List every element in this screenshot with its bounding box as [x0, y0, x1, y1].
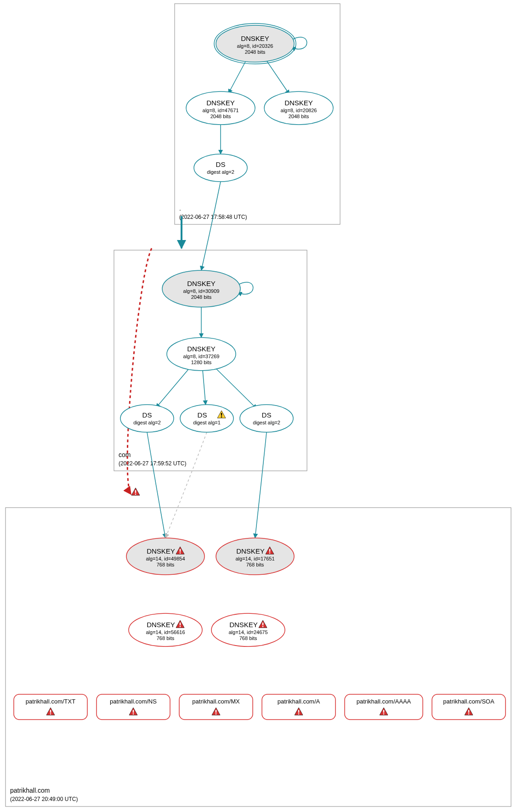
node-leaf_ksk1[interactable]: DNSKEYalg=14, id=49854768 bits	[126, 538, 205, 575]
svg-rect-37	[298, 714, 299, 715]
warning-icon	[131, 488, 140, 495]
zone-timestamp-leaf: (2022-06-27 20:49:00 UTC)	[10, 796, 78, 802]
svg-rect-33	[216, 710, 216, 713]
svg-rect-42	[468, 710, 469, 713]
edge-com_zsk-com_ds3	[213, 366, 257, 409]
svg-rect-0	[135, 490, 136, 493]
svg-rect-18	[269, 549, 270, 552]
svg-rect-11	[221, 413, 222, 416]
svg-rect-36	[298, 710, 299, 713]
rrset-box[interactable]: patrikhall.com/AAAA	[345, 694, 423, 720]
svg-rect-34	[216, 714, 216, 715]
edge-root_ksk-root_zsk2	[265, 59, 289, 94]
rrset-label: patrikhall.com/MX	[192, 698, 240, 705]
node-sub1: alg=8, id=30909	[183, 288, 220, 294]
node-sub1: alg=8, id=47671	[203, 108, 239, 113]
edge-com_ds1-leaf_ksk1	[147, 432, 165, 538]
node-sub2: 2048 bits	[210, 114, 231, 119]
node-sub1: alg=14, id=49854	[146, 556, 185, 561]
node-sub2: 768 bits	[239, 635, 257, 641]
rrset-label: patrikhall.com/A	[278, 698, 320, 705]
node-com_ds2[interactable]: DSdigest alg=1	[180, 405, 233, 432]
zone-label-root: .	[179, 205, 181, 212]
node-title: DNSKEY	[187, 345, 216, 353]
node-sub2: 2048 bits	[245, 49, 266, 55]
svg-rect-30	[133, 710, 134, 713]
svg-rect-25	[262, 626, 263, 627]
dnssec-diagram: .(2022-06-27 17:58:48 UTC)com(2022-06-27…	[0, 0, 517, 812]
node-title: DNSKEY	[284, 99, 313, 107]
node-sub2: 768 bits	[246, 562, 264, 567]
rrset-box[interactable]: patrikhall.com/A	[262, 694, 335, 720]
svg-rect-19	[269, 553, 270, 554]
svg-rect-21	[180, 623, 181, 625]
rrset-label: patrikhall.com/NS	[110, 698, 157, 705]
svg-rect-24	[262, 623, 263, 625]
node-title: DS	[142, 411, 152, 419]
edge-root_ksk-root_zsk1	[228, 60, 246, 93]
node-root_zsk1[interactable]: DNSKEYalg=8, id=476712048 bits	[186, 91, 255, 125]
svg-rect-31	[133, 714, 134, 715]
delegation-arrow-error	[127, 248, 152, 494]
node-sub1: alg=14, id=24675	[228, 629, 267, 635]
node-sub1: alg=8, id=20326	[237, 43, 273, 49]
edge-com_ds2-leaf_ksk1	[165, 432, 207, 538]
svg-rect-22	[180, 626, 181, 627]
rrset-label: patrikhall.com/TXT	[26, 698, 75, 705]
node-sub2: 1280 bits	[191, 360, 212, 365]
rrset-box[interactable]: patrikhall.com/NS	[97, 694, 170, 720]
zone-label-leaf: patrikhall.com	[10, 787, 50, 794]
svg-rect-15	[180, 549, 181, 552]
node-sub2: 768 bits	[157, 635, 175, 641]
node-sub1: digest alg=2	[133, 420, 161, 425]
node-leaf_zsk2[interactable]: DNSKEYalg=14, id=24675768 bits	[211, 613, 285, 646]
node-sub1: alg=8, id=37269	[183, 354, 220, 359]
node-leaf_ksk2[interactable]: DNSKEYalg=14, id=17651768 bits	[216, 538, 294, 575]
rrset-label: patrikhall.com/SOA	[443, 698, 494, 705]
svg-rect-40	[383, 714, 384, 715]
svg-rect-12	[221, 417, 222, 417]
svg-rect-39	[383, 710, 384, 713]
node-title: DNSKEY	[147, 547, 175, 555]
node-com_ds1[interactable]: DSdigest alg=2	[120, 405, 174, 432]
node-root_zsk2[interactable]: DNSKEYalg=8, id=208262048 bits	[264, 91, 333, 125]
rrset-box[interactable]: patrikhall.com/SOA	[432, 694, 506, 720]
svg-rect-16	[180, 553, 181, 554]
node-title: DNSKEY	[236, 547, 265, 555]
node-sub2: 2048 bits	[191, 294, 212, 300]
node-title: DS	[198, 411, 207, 419]
node-title: DS	[262, 411, 272, 419]
node-title: DS	[216, 160, 226, 168]
node-title: DNSKEY	[206, 99, 235, 107]
rrset-label: patrikhall.com/AAAA	[357, 698, 411, 705]
edge-com_zsk-com_ds1	[156, 367, 190, 408]
svg-rect-27	[50, 710, 51, 713]
node-sub1: digest alg=2	[207, 169, 234, 175]
node-root_ds[interactable]: DSdigest alg=2	[194, 154, 247, 182]
node-sub1: digest alg=1	[193, 420, 221, 425]
edge-root_ds-com_ksk	[201, 182, 221, 270]
svg-rect-1	[135, 494, 136, 495]
node-title: DNSKEY	[147, 621, 175, 629]
node-sub1: alg=14, id=17651	[235, 556, 274, 561]
node-com_ds3[interactable]: DSdigest alg=2	[240, 405, 293, 432]
node-title: DNSKEY	[229, 621, 258, 629]
node-com_ksk[interactable]: DNSKEYalg=8, id=309092048 bits	[162, 270, 240, 307]
node-sub2: 768 bits	[157, 562, 175, 567]
rrset-box[interactable]: patrikhall.com/TXT	[14, 694, 87, 720]
node-title: DNSKEY	[241, 34, 269, 42]
rrset-box[interactable]: patrikhall.com/MX	[179, 694, 253, 720]
node-com_zsk[interactable]: DNSKEYalg=8, id=372691280 bits	[167, 337, 236, 371]
node-leaf_zsk1[interactable]: DNSKEYalg=14, id=56616768 bits	[129, 613, 202, 646]
svg-rect-43	[468, 714, 469, 715]
zone-label-com: com	[119, 451, 131, 458]
svg-rect-28	[50, 714, 51, 715]
node-title: DNSKEY	[187, 280, 216, 287]
node-root_ksk[interactable]: DNSKEYalg=8, id=203262048 bits	[214, 23, 296, 64]
node-sub1: digest alg=2	[253, 420, 280, 425]
node-sub2: 2048 bits	[289, 114, 309, 119]
node-sub1: alg=8, id=20826	[281, 108, 317, 113]
node-sub1: alg=14, id=56616	[146, 629, 185, 635]
edge-com_ds3-leaf_ksk2	[255, 432, 267, 538]
edge-com_zsk-com_ds2	[203, 371, 205, 405]
